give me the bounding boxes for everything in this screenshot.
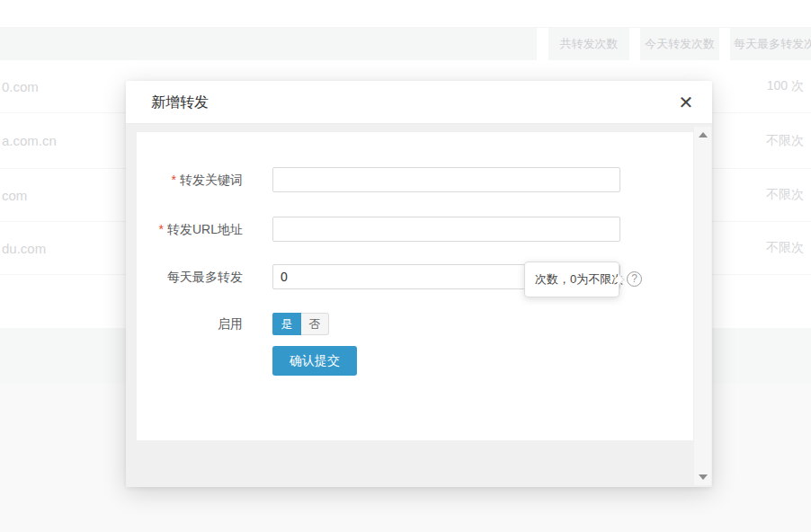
keyword-input[interactable] [272, 167, 620, 192]
enable-no-button[interactable]: 否 [301, 313, 329, 335]
daily-max-label: 每天最多转发 [137, 264, 243, 289]
keyword-label: *转发关键词 [137, 167, 243, 192]
scroll-down-icon[interactable] [699, 474, 708, 480]
url-label-text: 转发URL地址 [167, 222, 243, 236]
dialog-title: 新增转发 [151, 81, 209, 124]
submit-button[interactable]: 确认提交 [272, 346, 357, 376]
required-mark: * [172, 173, 176, 187]
enable-yes-button[interactable]: 是 [272, 313, 301, 335]
form-panel: *转发关键词 *转发URL地址 每天最多转发 次数，0为不限次 [137, 132, 693, 440]
url-input[interactable] [272, 217, 620, 242]
page: 共转发次数 今天转发次数 每天最多转发次数 0.com 100 次 a.com.… [0, 0, 811, 532]
dialog-body: *转发关键词 *转发URL地址 每天最多转发 次数，0为不限次 [126, 125, 712, 487]
required-mark: * [159, 222, 164, 236]
dialog-scrollbar[interactable] [694, 127, 711, 485]
help-icon[interactable]: ? [627, 271, 642, 287]
tooltip-text: 次数，0为不限次 [535, 271, 623, 288]
close-icon[interactable]: ✕ [674, 91, 698, 114]
add-forward-dialog: 新增转发 ✕ *转发关键词 *转发URL地址 每天最多转发 [126, 81, 712, 487]
dialog-header: 新增转发 ✕ [126, 81, 712, 124]
keyword-label-text: 转发关键词 [180, 173, 243, 187]
daily-max-label-text: 每天最多转发 [167, 270, 243, 284]
scroll-up-icon[interactable] [699, 132, 708, 137]
daily-max-tooltip: 次数，0为不限次 [524, 262, 619, 297]
enable-label: 启用 [137, 313, 243, 335]
enable-toggle: 是 否 [272, 313, 329, 335]
url-label: *转发URL地址 [137, 217, 243, 242]
